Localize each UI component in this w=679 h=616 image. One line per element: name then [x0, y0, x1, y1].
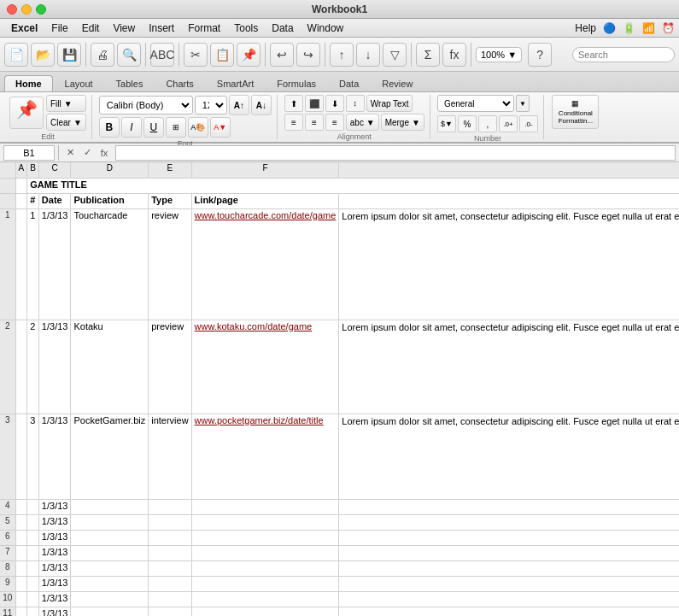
align-top-btn[interactable]: ⬆ — [284, 95, 303, 112]
menu-view[interactable]: View — [106, 21, 142, 36]
font-color-button[interactable]: A▼ — [210, 117, 231, 138]
border-button[interactable]: ⊞ — [166, 117, 186, 138]
font-size-select[interactable]: 12 — [195, 96, 227, 114]
cell-date-1[interactable]: 1/3/13 — [38, 208, 71, 320]
tab-home[interactable]: Home — [4, 75, 53, 91]
cell-a3[interactable] — [15, 414, 27, 499]
cell-type-2[interactable]: preview — [149, 320, 191, 414]
redo-button[interactable]: ↪ — [296, 43, 320, 67]
cell-review-3[interactable]: Lorem ipsum dolor sit amet, consectetur … — [339, 414, 679, 499]
percent-btn[interactable]: % — [458, 115, 477, 132]
cell-num-2[interactable]: 2 — [27, 320, 39, 414]
menu-data[interactable]: Data — [265, 21, 300, 36]
cell-a1[interactable] — [15, 208, 27, 320]
fill-color-button[interactable]: A🎨 — [188, 117, 208, 138]
filter-button[interactable]: ▽ — [383, 43, 407, 67]
cell-review-2[interactable]: Lorem ipsum dolor sit amet, consectetur … — [339, 320, 679, 414]
zoom-dropdown-icon[interactable]: ▼ — [507, 50, 517, 60]
tab-review[interactable]: Review — [371, 75, 424, 91]
cell-pub-1[interactable]: Toucharcade — [71, 208, 149, 320]
italic-button[interactable]: I — [121, 117, 142, 138]
align-bottom-btn[interactable]: ⬇ — [325, 95, 344, 112]
cell-game-title[interactable]: GAME TITLE — [27, 178, 679, 193]
cell-review-1[interactable]: Lorem ipsum dolor sit amet, consectetur … — [339, 208, 679, 320]
undo-button[interactable]: ↩ — [270, 43, 294, 67]
menu-edit[interactable]: Edit — [75, 21, 107, 36]
new-button[interactable]: 📄 — [4, 43, 28, 67]
tab-smartart[interactable]: SmartArt — [206, 75, 265, 91]
confirm-formula-icon[interactable]: ✓ — [79, 145, 95, 161]
cell-date-3[interactable]: 1/3/13 — [38, 414, 71, 499]
tab-charts[interactable]: Charts — [155, 75, 204, 91]
merge-button[interactable]: Merge ▼ — [381, 114, 424, 131]
align-middle-btn[interactable]: ⬛ — [305, 95, 324, 112]
col-header-f[interactable]: F — [191, 162, 339, 178]
cell-num-3[interactable]: 3 — [27, 414, 39, 499]
cell-header-review[interactable]: Review — [339, 193, 679, 208]
col-header-e[interactable]: E — [149, 162, 191, 178]
wrap-text-button[interactable]: Wrap Text — [366, 95, 413, 112]
align-left-btn[interactable]: ≡ — [284, 114, 303, 131]
number-format-arrow[interactable]: ▼ — [516, 95, 530, 112]
copy-button[interactable]: 📋 — [210, 43, 234, 67]
abc-button[interactable]: abc ▼ — [346, 114, 379, 131]
zoom-control[interactable]: 100% ▼ — [476, 47, 522, 62]
minimize-button[interactable] — [21, 4, 32, 15]
comma-btn[interactable]: , — [478, 115, 497, 132]
function-formula-icon[interactable]: fx — [97, 145, 112, 161]
menu-file[interactable]: File — [44, 21, 74, 36]
increase-font-btn[interactable]: A↑ — [229, 95, 249, 115]
cell-a-title[interactable] — [15, 178, 27, 193]
cut-button[interactable]: ✂ — [184, 43, 208, 67]
number-format-select[interactable]: General — [437, 95, 514, 112]
bold-button[interactable]: B — [99, 117, 120, 138]
decrease-decimal-btn[interactable]: .0- — [519, 115, 538, 132]
tab-formulas[interactable]: Formulas — [266, 75, 327, 91]
cancel-formula-icon[interactable]: ✕ — [62, 145, 78, 161]
print-button[interactable]: 🖨 — [91, 43, 114, 67]
search-box[interactable] — [572, 47, 675, 62]
col-header-c[interactable]: C — [38, 162, 71, 178]
save-button[interactable]: 💾 — [57, 43, 81, 67]
cell-num-1[interactable]: 1 — [27, 208, 39, 320]
conditional-formatting-button[interactable]: ▦ ConditionalFormattin... — [552, 95, 599, 129]
paste-large-button[interactable]: 📌 — [9, 97, 44, 129]
cell-link-3[interactable]: www.pocketgamer.biz/date/title — [191, 414, 339, 499]
cell-a-header[interactable] — [15, 193, 27, 208]
clear-button[interactable]: Clear ▼ — [46, 114, 86, 131]
text-direction-btn[interactable]: ↕ — [346, 95, 365, 112]
cell-header-date[interactable]: Date — [38, 193, 71, 208]
grid-wrapper[interactable]: A B C D E F G GAME TITLE — [0, 162, 679, 616]
cell-header-num[interactable]: # — [27, 193, 39, 208]
increase-decimal-btn[interactable]: .0+ — [499, 115, 518, 132]
fill-button[interactable]: Fill ▼ — [46, 95, 86, 112]
underline-button[interactable]: U — [143, 117, 164, 138]
cell-type-1[interactable]: review — [149, 208, 191, 320]
cell-type-3[interactable]: interview — [149, 414, 191, 499]
cell-link-1[interactable]: www.toucharcade.com/date/game — [191, 208, 339, 320]
cell-a2[interactable] — [15, 320, 27, 414]
currency-btn[interactable]: $▼ — [437, 115, 456, 132]
menu-format[interactable]: Format — [181, 21, 227, 36]
help-button[interactable]: ? — [528, 43, 552, 67]
align-center-btn[interactable]: ≡ — [305, 114, 324, 131]
font-name-select[interactable]: Calibri (Body) — [99, 96, 193, 114]
cell-link-2[interactable]: www.kotaku.com/date/game — [191, 320, 339, 414]
cell-header-type[interactable]: Type — [149, 193, 191, 208]
col-header-g[interactable]: G — [339, 162, 679, 178]
app-menu-excel[interactable]: Excel — [4, 21, 44, 36]
search-input[interactable] — [578, 50, 669, 60]
sort-asc-button[interactable]: ↑ — [330, 43, 354, 67]
function-button[interactable]: fx — [442, 43, 466, 67]
tab-layout[interactable]: Layout — [54, 75, 104, 91]
menu-window[interactable]: Window — [301, 21, 351, 36]
print-preview-button[interactable]: 🔍 — [117, 43, 141, 67]
cell-pub-3[interactable]: PocketGamer.biz — [71, 414, 149, 499]
formula-input[interactable] — [115, 145, 676, 161]
decrease-font-btn[interactable]: A↓ — [251, 95, 272, 115]
traffic-lights[interactable] — [7, 4, 46, 15]
align-right-btn[interactable]: ≡ — [325, 114, 344, 131]
col-header-d[interactable]: D — [71, 162, 149, 178]
sort-desc-button[interactable]: ↓ — [356, 43, 380, 67]
spell-check-button[interactable]: ABC — [150, 43, 174, 67]
